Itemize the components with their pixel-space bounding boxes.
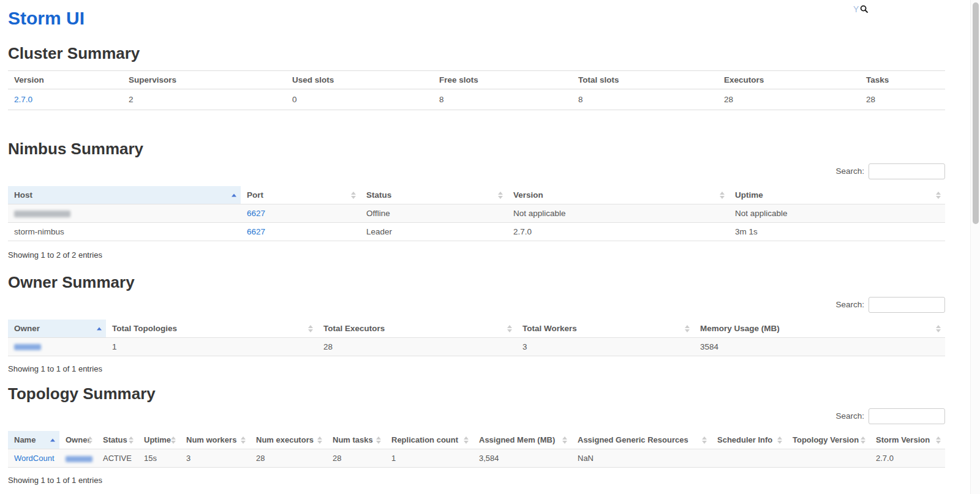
total-executors-value: 28 bbox=[317, 338, 516, 356]
free-slots-value: 8 bbox=[433, 89, 572, 110]
port-link[interactable]: 6627 bbox=[247, 227, 265, 236]
nimbus-summary-table: Host Port Status Version Uptime 6627 Off… bbox=[8, 186, 945, 241]
sort-icon bbox=[861, 436, 865, 444]
col-storm-version[interactable]: Storm Version bbox=[870, 431, 945, 449]
col-num-executors[interactable]: Num executors bbox=[250, 431, 326, 449]
version-value: Not applicable bbox=[507, 204, 729, 223]
col-topo-uptime[interactable]: Uptime bbox=[138, 431, 180, 449]
col-replication-count[interactable]: Replication count bbox=[385, 431, 473, 449]
col-num-workers[interactable]: Num workers bbox=[180, 431, 250, 449]
sort-icon bbox=[685, 325, 690, 332]
topology-summary-heading: Topology Summary bbox=[8, 384, 945, 403]
sort-icon bbox=[702, 436, 707, 444]
col-assigned-generic-resources[interactable]: Assigned Generic Resources bbox=[571, 431, 711, 449]
topo-uptime-value: 15s bbox=[138, 449, 180, 468]
sort-icon bbox=[562, 436, 567, 444]
sort-icon bbox=[376, 436, 381, 444]
nimbus-row-2: storm-nimbus 6627 Leader 2.7.0 3m 1s bbox=[8, 223, 945, 241]
col-total-workers[interactable]: Total Workers bbox=[516, 320, 694, 338]
owner-search-input[interactable] bbox=[869, 297, 945, 313]
sort-icon bbox=[936, 192, 941, 199]
sort-asc-icon bbox=[232, 193, 236, 196]
topology-summary-table: Name Owner Status Uptime Num workers Num… bbox=[8, 431, 945, 468]
scheduler-info-value bbox=[711, 449, 786, 468]
version-link[interactable]: 2.7.0 bbox=[14, 95, 32, 104]
tasks-value: 28 bbox=[860, 89, 945, 110]
col-scheduler-info[interactable]: Scheduler Info bbox=[711, 431, 786, 449]
col-memory-usage[interactable]: Memory Usage (MB) bbox=[694, 320, 945, 338]
sort-icon bbox=[936, 436, 941, 444]
nimbus-search-input[interactable] bbox=[869, 163, 945, 179]
nimbus-row-1: 6627 Offline Not applicable Not applicab… bbox=[8, 204, 945, 223]
used-slots-value: 0 bbox=[286, 89, 433, 110]
redacted-host bbox=[14, 211, 70, 217]
nimbus-summary-heading: Nimbus Summary bbox=[8, 140, 945, 159]
topo-status-value: ACTIVE bbox=[97, 449, 138, 468]
col-assigned-mem[interactable]: Assigned Mem (MB) bbox=[473, 431, 571, 449]
sort-asc-icon bbox=[97, 327, 102, 330]
num-workers-value: 3 bbox=[180, 449, 250, 468]
scrollbar-track[interactable] bbox=[970, 0, 980, 494]
col-uptime[interactable]: Uptime bbox=[729, 186, 945, 204]
app-title[interactable]: Storm UI bbox=[8, 8, 945, 29]
col-total-slots: Total slots bbox=[572, 71, 718, 89]
host-value: storm-nimbus bbox=[8, 223, 241, 241]
topology-search-label: Search: bbox=[835, 411, 864, 421]
col-owner[interactable]: Owner bbox=[8, 320, 106, 338]
topology-name-link[interactable]: WordCount bbox=[14, 454, 55, 463]
sort-icon bbox=[317, 436, 322, 444]
cluster-header-row: Version Supervisors Used slots Free slot… bbox=[8, 71, 945, 89]
port-link[interactable]: 6627 bbox=[247, 209, 265, 218]
num-tasks-value: 28 bbox=[326, 449, 385, 468]
sort-icon bbox=[507, 325, 512, 332]
sort-icon bbox=[464, 436, 469, 444]
col-total-executors[interactable]: Total Executors bbox=[317, 320, 516, 338]
supervisors-value: 2 bbox=[123, 89, 286, 110]
executors-value: 28 bbox=[718, 89, 860, 110]
assigned-mem-value: 3,584 bbox=[473, 449, 571, 468]
col-name[interactable]: Name bbox=[8, 431, 59, 449]
col-executors: Executors bbox=[718, 71, 860, 89]
sort-icon bbox=[936, 325, 941, 332]
col-status[interactable]: Status bbox=[360, 186, 507, 204]
topology-version-value bbox=[786, 449, 870, 468]
col-topology-version[interactable]: Topology Version bbox=[786, 431, 870, 449]
assigned-generic-value: NaN bbox=[571, 449, 711, 468]
scrollbar-thumb[interactable] bbox=[973, 2, 979, 224]
total-topologies-value: 1 bbox=[106, 338, 317, 356]
redacted-owner-link[interactable] bbox=[14, 344, 41, 350]
col-host[interactable]: Host bbox=[8, 186, 241, 204]
memory-usage-value: 3584 bbox=[694, 338, 945, 356]
topology-search-row: Search: bbox=[8, 408, 945, 424]
topology-entries-info: Showing 1 to 1 of 1 entries bbox=[8, 476, 945, 485]
owner-summary-heading: Owner Summary bbox=[8, 273, 945, 292]
topology-search-input[interactable] bbox=[869, 408, 945, 424]
col-topo-status[interactable]: Status bbox=[97, 431, 138, 449]
sort-icon bbox=[777, 436, 782, 444]
topology-data-row: WordCount ACTIVE 15s 3 28 28 1 3,584 NaN… bbox=[8, 449, 945, 468]
col-supervisors: Supervisors bbox=[123, 71, 286, 89]
cluster-data-row: 2.7.0 2 0 8 8 28 28 bbox=[8, 89, 945, 110]
col-topo-owner[interactable]: Owner bbox=[59, 431, 97, 449]
col-num-tasks[interactable]: Num tasks bbox=[326, 431, 385, 449]
redacted-owner-link[interactable] bbox=[66, 456, 92, 462]
cluster-summary-heading: Cluster Summary bbox=[8, 44, 945, 63]
col-tasks: Tasks bbox=[860, 71, 945, 89]
nimbus-search-label: Search: bbox=[835, 167, 864, 176]
nimbus-header-row: Host Port Status Version Uptime bbox=[8, 186, 945, 204]
sort-icon bbox=[129, 436, 134, 444]
owner-search-row: Search: bbox=[8, 296, 945, 313]
replication-count-value: 1 bbox=[385, 449, 473, 468]
nimbus-search-row: Search: bbox=[8, 163, 945, 179]
col-port[interactable]: Port bbox=[241, 186, 360, 204]
sort-icon bbox=[171, 436, 176, 444]
uptime-value: 3m 1s bbox=[729, 223, 945, 241]
num-executors-value: 28 bbox=[250, 449, 326, 468]
nimbus-entries-info: Showing 1 to 2 of 2 entries bbox=[8, 250, 945, 260]
sort-icon bbox=[351, 192, 356, 199]
col-nimbus-version[interactable]: Version bbox=[507, 186, 729, 204]
col-total-topologies[interactable]: Total Topologies bbox=[106, 320, 317, 338]
col-used-slots: Used slots bbox=[286, 71, 433, 89]
topology-header-row: Name Owner Status Uptime Num workers Num… bbox=[8, 431, 945, 449]
total-workers-value: 3 bbox=[516, 338, 694, 356]
